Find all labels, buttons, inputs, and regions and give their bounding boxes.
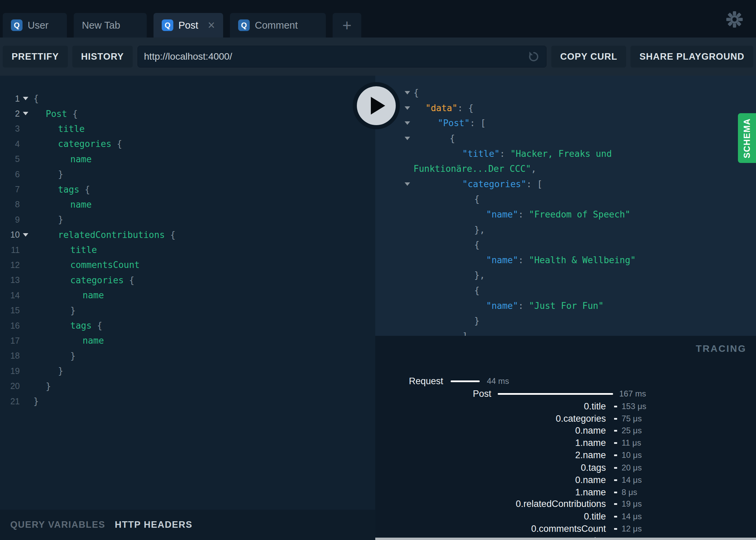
tracing-duration-dash bbox=[614, 528, 617, 530]
endpoint-url-input[interactable] bbox=[144, 51, 526, 62]
query-variables-tab[interactable]: QUERY VARIABLES bbox=[10, 520, 105, 530]
editor-code: name bbox=[83, 335, 104, 346]
editor-line: 8name bbox=[0, 197, 375, 212]
code-token: : bbox=[526, 179, 537, 189]
tracing-title[interactable]: TRACING bbox=[696, 343, 746, 354]
line-number: 3 bbox=[0, 124, 20, 134]
tab-user[interactable]: QUser bbox=[3, 13, 67, 38]
editor-code: } bbox=[70, 351, 76, 361]
response-row: ] bbox=[375, 329, 756, 336]
response-row: { bbox=[375, 237, 756, 253]
add-tab-button[interactable]: + bbox=[333, 13, 361, 38]
reload-schema-icon[interactable] bbox=[526, 50, 540, 63]
response-code: Funktionäre...Der CCC", bbox=[375, 164, 536, 174]
code-token: : bbox=[518, 301, 529, 311]
query-editor[interactable]: 1{2Post {3title4categories {5name6}7tags… bbox=[0, 76, 375, 510]
editor-code: commentsCount bbox=[70, 260, 140, 270]
tab-new-tab[interactable]: New Tab bbox=[74, 13, 147, 38]
code-token: { bbox=[413, 88, 419, 98]
code-token: Funktionäre...Der CCC" bbox=[413, 164, 531, 174]
code-token: "Just For Fun" bbox=[529, 301, 604, 311]
editor-code: title bbox=[70, 245, 97, 255]
line-number: 8 bbox=[0, 199, 20, 209]
code-token: Post bbox=[46, 109, 67, 119]
response-code: { bbox=[375, 133, 455, 144]
collapse-arrow-icon[interactable] bbox=[405, 121, 410, 125]
code-token: name bbox=[83, 290, 104, 300]
response-row: "name": "Freedom of Speech" bbox=[375, 207, 756, 222]
response-code: "categories": [ bbox=[375, 179, 542, 189]
editor-line: 14name bbox=[0, 288, 375, 303]
editor-code: name bbox=[70, 199, 92, 210]
query-type-badge: Q bbox=[162, 19, 173, 31]
response-code: { bbox=[375, 240, 480, 250]
tab-post[interactable]: QPost× bbox=[154, 13, 223, 38]
fold-gutter bbox=[20, 273, 33, 288]
line-number: 14 bbox=[0, 290, 20, 300]
bottom-footer: QUERY VARIABLES HTTP HEADERS bbox=[0, 510, 375, 540]
response-code: }, bbox=[375, 225, 485, 235]
editor-line: 19} bbox=[0, 363, 375, 378]
fold-arrow-icon[interactable] bbox=[23, 112, 28, 115]
editor-line: 5name bbox=[0, 152, 375, 167]
collapse-arrow-icon[interactable] bbox=[405, 182, 410, 186]
code-token: } bbox=[58, 214, 63, 225]
collapse-arrow-icon[interactable] bbox=[405, 91, 410, 94]
line-number: 18 bbox=[0, 351, 20, 361]
line-number: 15 bbox=[0, 305, 20, 315]
line-number: 7 bbox=[0, 184, 20, 194]
fold-arrow-icon[interactable] bbox=[23, 97, 28, 100]
schema-side-tab[interactable]: SCHEMA bbox=[738, 113, 756, 163]
share-playground-button[interactable]: SHARE PLAYGROUND bbox=[630, 46, 753, 68]
fold-arrow-icon[interactable] bbox=[23, 233, 28, 237]
code-token: : bbox=[500, 149, 510, 159]
response-code: } bbox=[375, 316, 480, 326]
fold-gutter bbox=[20, 197, 33, 212]
tracing-row-label: Request bbox=[409, 376, 443, 387]
tracing-duration-bar bbox=[498, 393, 613, 395]
collapse-arrow-icon[interactable] bbox=[405, 106, 410, 110]
tracing-duration-value: 44 ms bbox=[487, 376, 509, 387]
code-token: : bbox=[518, 209, 529, 220]
line-number: 10 bbox=[0, 230, 20, 240]
horizontal-scrollbar[interactable] bbox=[375, 538, 756, 540]
fold-gutter bbox=[20, 227, 33, 242]
editor-code: } bbox=[58, 366, 63, 376]
tracing-duration-dash bbox=[614, 418, 617, 420]
editor-line: 7tags { bbox=[0, 182, 375, 197]
editor-line: 17name bbox=[0, 333, 375, 348]
tracing-duration-dash bbox=[614, 516, 617, 518]
editor-code: } bbox=[46, 381, 51, 391]
history-button[interactable]: HISTORY bbox=[72, 46, 133, 68]
code-token: "name" bbox=[486, 301, 518, 311]
collapse-arrow-icon[interactable] bbox=[405, 137, 410, 140]
copy-curl-button[interactable]: COPY CURL bbox=[551, 46, 626, 68]
code-token: } bbox=[58, 366, 63, 376]
tracing-row-label: 0.tags bbox=[581, 462, 606, 473]
response-code: ] bbox=[375, 331, 468, 336]
prettify-button[interactable]: PRETTIFY bbox=[3, 46, 68, 68]
code-token: { bbox=[124, 275, 134, 285]
tracing-row-label: 0.categories bbox=[556, 413, 606, 424]
code-token: } bbox=[70, 351, 76, 361]
line-number: 9 bbox=[0, 215, 20, 225]
tab-label: Post bbox=[178, 20, 198, 31]
close-icon[interactable]: × bbox=[204, 19, 215, 31]
response-row: }, bbox=[375, 268, 756, 283]
tab-comment[interactable]: QComment bbox=[230, 13, 326, 38]
editor-code: } bbox=[58, 169, 63, 179]
http-headers-tab[interactable]: HTTP HEADERS bbox=[115, 520, 193, 530]
editor-code: tags { bbox=[58, 184, 90, 195]
tracing-row-label: 0.title bbox=[584, 511, 606, 522]
editor-line: 4categories { bbox=[0, 136, 375, 151]
response-viewer[interactable]: {"data": {"Post": [{"title": "Hacker, Fr… bbox=[375, 76, 756, 336]
fold-gutter bbox=[20, 394, 33, 409]
code-token: "name" bbox=[486, 255, 518, 265]
code-token: { bbox=[468, 103, 474, 113]
fold-gutter bbox=[20, 363, 33, 378]
endpoint-url-bar[interactable] bbox=[137, 46, 547, 68]
execute-query-button[interactable] bbox=[353, 82, 400, 129]
code-token: { bbox=[79, 184, 90, 195]
settings-gear-icon[interactable] bbox=[726, 11, 743, 28]
response-row: { bbox=[375, 85, 756, 101]
